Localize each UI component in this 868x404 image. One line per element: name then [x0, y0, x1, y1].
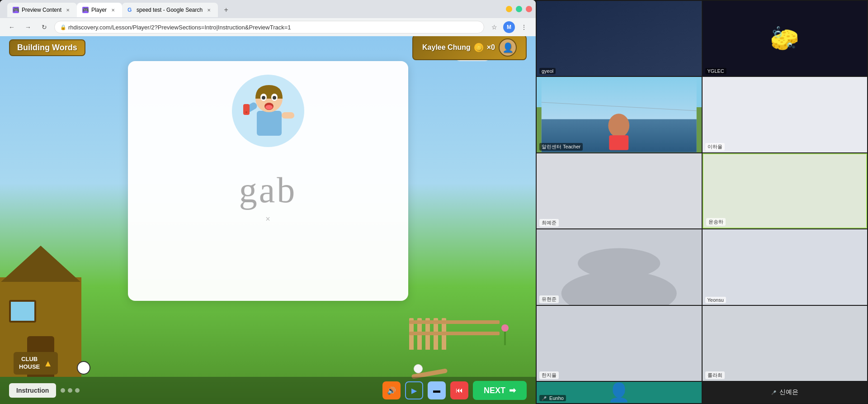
- tab-favicon-3: G: [127, 7, 134, 13]
- video-tile-choi: 최예준: [537, 153, 702, 228]
- word-card: gab ×: [128, 61, 408, 301]
- mic-icon-sinyeun: 🎤: [771, 390, 776, 395]
- clubhouse-sign[interactable]: CLUB HOUSE ▲: [14, 352, 58, 375]
- progress-dot-2: [68, 388, 72, 393]
- chrome-right-icons: ☆ M ⋮: [488, 21, 530, 33]
- next-label: NEXT: [484, 386, 505, 395]
- svg-rect-12: [537, 1, 702, 76]
- title-bar: 🎮 Preview Content ✕ 🎮 Player ✕ G speed t…: [0, 0, 536, 18]
- maximize-button[interactable]: □: [516, 6, 522, 12]
- tab-google[interactable]: G speed test - Google Search ✕: [122, 3, 218, 17]
- profile-avatar[interactable]: M: [503, 21, 515, 33]
- clubhouse-arrow-icon: ▲: [43, 357, 52, 369]
- address-bar-row: ← → ↻ 🔒 rhdiscovery.com/Lesson/Player/2?…: [0, 18, 536, 36]
- tab-favicon-1: 🎮: [13, 7, 19, 13]
- character-svg: [241, 81, 295, 140]
- tile-name-yuhyunjun: 유현준: [539, 295, 559, 303]
- tile-name-yoonseongha: 윤송하: [706, 218, 726, 226]
- teacher-video-svg: [537, 77, 702, 152]
- tab-label-3: speed test - Google Search: [137, 7, 203, 13]
- avatar-icon-eunho: 👤: [608, 382, 630, 403]
- new-tab-button[interactable]: +: [220, 4, 232, 16]
- flower-decoration: [501, 324, 509, 345]
- progress-dot-1: [61, 388, 65, 393]
- clubhouse-text: CLUB HOUSE: [19, 356, 40, 371]
- tab-favicon-2: 🎮: [82, 7, 89, 13]
- close-button[interactable]: ✕: [526, 6, 532, 12]
- fence-rail-bottom: [409, 332, 500, 335]
- game-toolbar: Instruction 🔊 ▶ ▬ ⏮ NEXT ➡: [0, 377, 536, 404]
- forward-button[interactable]: →: [22, 21, 34, 33]
- instruction-button[interactable]: Instruction: [9, 383, 56, 398]
- video-tile-gyeol: gyeol: [537, 1, 702, 76]
- tile-name-sinyeun: 🎤 신예은: [769, 388, 801, 397]
- video-tile-sinyeun: 🎤 신예은: [703, 382, 868, 403]
- svg-point-4: [262, 96, 265, 100]
- video-tile-hanjiyul: 한지율: [537, 306, 702, 381]
- svg-rect-0: [257, 111, 282, 136]
- video-tile-yglec: 🧽 YGLEC: [703, 1, 868, 76]
- back-button[interactable]: ←: [5, 21, 18, 33]
- tab-label-2: Player: [91, 7, 107, 13]
- video-tile-teacher: 알린센터 Teacher: [537, 77, 702, 152]
- tile-name-choi: 최예준: [539, 219, 559, 227]
- video-tile-yeonsu: Yeonsu: [703, 229, 868, 304]
- mode-button[interactable]: ▬: [428, 381, 446, 399]
- sound-button[interactable]: 🔊: [382, 381, 401, 399]
- flower-head: [501, 324, 509, 332]
- video-tile-lolahee: 롤라희: [703, 306, 868, 381]
- more-options-icon[interactable]: ⋮: [518, 21, 530, 33]
- club-line2: HOUSE: [19, 363, 40, 371]
- word-close-button[interactable]: ×: [265, 214, 270, 224]
- coin-count: ×0: [487, 43, 495, 52]
- coin-icon: 🪙: [474, 43, 483, 52]
- player-avatar: 👤: [499, 38, 517, 57]
- player-badge: Kaylee Chung 🪙 ×0 👤: [412, 36, 527, 60]
- svg-rect-17: [609, 135, 628, 150]
- progress-dots: [61, 388, 378, 393]
- star-icon[interactable]: ☆: [488, 21, 500, 33]
- tab-close-3[interactable]: ✕: [205, 6, 212, 14]
- address-bar[interactable]: 🔒 rhdiscovery.com/Lesson/Player/2?Previe…: [54, 21, 484, 33]
- svg-point-7: [265, 105, 273, 109]
- tile-name-eunho: 🎤 Eunho: [539, 395, 566, 401]
- tile-name-gyeol: gyeol: [539, 68, 556, 74]
- baseball-decoration: [414, 364, 423, 373]
- svg-point-5: [273, 96, 276, 100]
- video-tile-eunho: 👤 🎤 Eunho: [537, 382, 702, 403]
- svg-point-16: [608, 114, 629, 138]
- game-content: Building Words Kaylee Chung 🪙 ×0 👤: [0, 36, 536, 404]
- video-tile-ihayul: 이하율: [703, 77, 868, 152]
- tile-name-yeonsu: Yeonsu: [705, 297, 726, 303]
- tile-name-teacher: 알린센터 Teacher: [539, 143, 583, 151]
- player-name: Kaylee Chung: [422, 43, 471, 52]
- tile-name-lolahee: 롤라희: [705, 371, 725, 379]
- spongebob-emoji: 🧽: [770, 25, 799, 52]
- tab-row: 🎮 Preview Content ✕ 🎮 Player ✕ G speed t…: [4, 1, 232, 17]
- svg-point-10: [245, 111, 247, 113]
- play-pause-button[interactable]: ▶: [405, 381, 423, 399]
- tab-preview-content[interactable]: 🎮 Preview Content ✕: [7, 3, 77, 17]
- word-display: gab: [239, 170, 297, 211]
- tab-label-1: Preview Content: [22, 7, 61, 13]
- url-text: rhdiscovery.com/Lesson/Player/2?PreviewS…: [68, 24, 291, 31]
- soccer-ball-decoration: [77, 361, 90, 375]
- char-body-container: [241, 81, 295, 140]
- fence-rail-top: [409, 320, 500, 324]
- tab-close-1[interactable]: ✕: [64, 6, 71, 14]
- tab-player[interactable]: 🎮 Player ✕: [77, 3, 122, 17]
- reload-button[interactable]: ↻: [38, 21, 51, 33]
- tile-name-yglec: YGLEC: [705, 68, 726, 74]
- shed-roof: [0, 246, 90, 282]
- tile-bg-yuhyunjun: [537, 229, 702, 304]
- svg-rect-9: [243, 104, 250, 115]
- lock-icon: 🔒: [60, 24, 66, 30]
- video-panel: gyeol 🧽 YGLEC: [536, 0, 868, 404]
- minimize-button[interactable]: –: [506, 6, 512, 12]
- tab-close-2[interactable]: ✕: [109, 6, 117, 14]
- mic-icon-eunho: 🎤: [542, 396, 547, 401]
- reset-button[interactable]: ⏮: [450, 381, 468, 399]
- fence-decoration: [409, 314, 500, 350]
- tile-name-ihayul: 이하율: [705, 143, 725, 151]
- next-button[interactable]: NEXT ➡: [473, 381, 527, 400]
